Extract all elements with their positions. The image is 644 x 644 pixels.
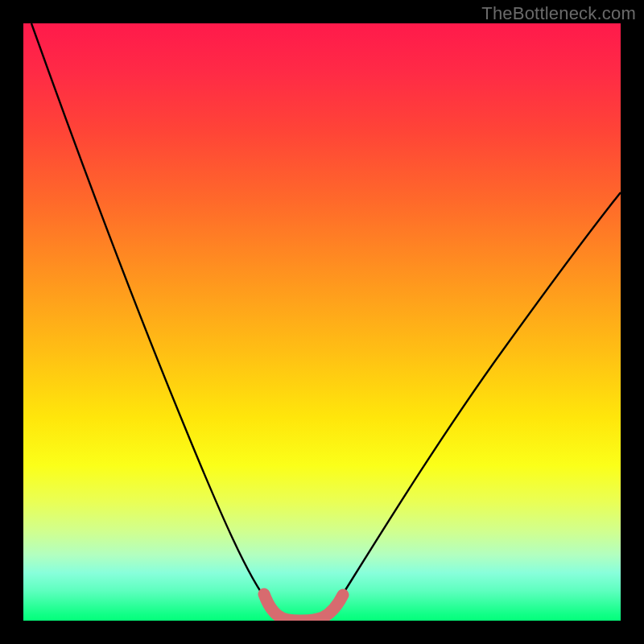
watermark-text: TheBottleneck.com: [481, 3, 636, 24]
chart-curve-svg: [23, 23, 621, 621]
chart-curve: [31, 23, 621, 619]
chart-highlight-arc: [264, 594, 343, 621]
chart-frame: TheBottleneck.com: [0, 0, 644, 644]
chart-plot-area: [23, 23, 621, 621]
